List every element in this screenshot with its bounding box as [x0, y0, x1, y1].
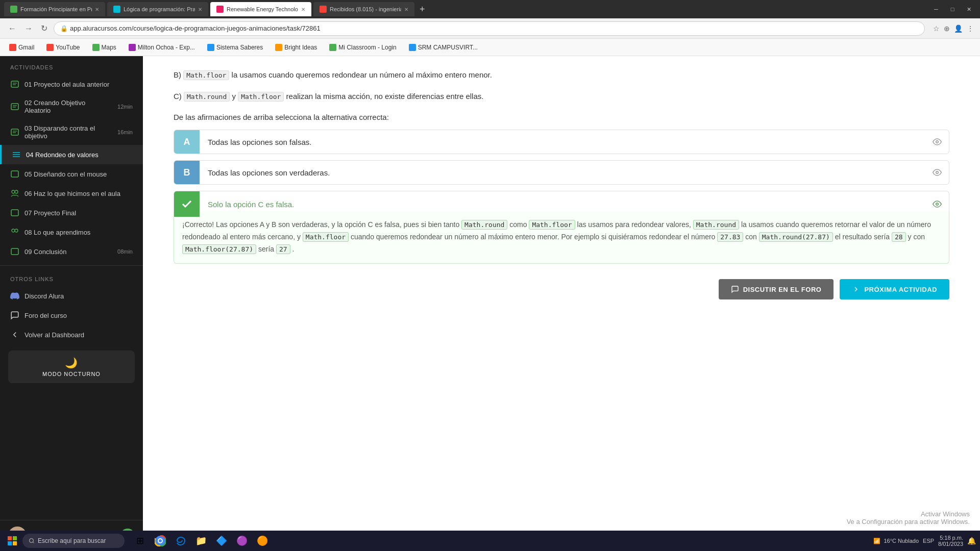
discuss-icon — [731, 285, 739, 293]
svg-point-14 — [15, 190, 18, 193]
bookmark-icon-milton — [129, 44, 136, 51]
back-button[interactable]: ← — [6, 22, 18, 35]
svg-rect-24 — [8, 536, 12, 540]
moon-icon: 🌙 — [65, 357, 78, 369]
option-c-check-icon — [174, 191, 200, 217]
sidebar-item-label-3: 03 Disparando contra el objetivo — [24, 124, 112, 140]
link-discord[interactable]: Discord Alura — [0, 286, 143, 306]
search-icon — [29, 538, 35, 544]
link-dashboard-label: Volver al Dashboard — [24, 331, 84, 339]
sidebar-item-duration-9: 08min — [117, 248, 133, 255]
option-a[interactable]: A Todas las opciones son falsas. — [174, 130, 949, 154]
svg-point-16 — [12, 229, 15, 232]
tab-3[interactable]: Renewable Energy Technology: C... ✕ — [210, 2, 311, 16]
bookmark-gmail[interactable]: Gmail — [6, 43, 37, 52]
option-b-eye-icon[interactable] — [925, 161, 949, 184]
bookmark-youtube[interactable]: YouTube — [43, 43, 83, 52]
extensions-icon[interactable]: ⊕ — [944, 24, 950, 33]
feedback-text: ¡Correcto! Las opciones A y B son verdad… — [182, 219, 941, 255]
taskbar-app-app3[interactable]: 🟠 — [253, 532, 272, 550]
new-tab-button[interactable]: + — [416, 4, 428, 15]
bookmark-classroom[interactable]: Mi Classroom - Login — [326, 43, 399, 52]
star-icon[interactable]: ☆ — [933, 24, 940, 33]
window-controls: ─ □ ✕ — [929, 4, 976, 14]
tab-favicon-1 — [10, 6, 17, 13]
sidebar-item-5[interactable]: 05 Diseñando con el mouse — [0, 164, 143, 184]
content-text-b: B) Math.floor la usamos cuando queremos … — [174, 68, 949, 82]
bookmark-icon-maps — [92, 44, 100, 51]
tab-1[interactable]: Formación Principiante en Progr... ✕ — [4, 2, 105, 16]
sidebar-item-8[interactable]: 08 Lo que aprendimos — [0, 222, 143, 242]
taskbar-search[interactable]: Escribe aquí para buscar — [22, 534, 125, 548]
maximize-button[interactable]: □ — [945, 4, 960, 14]
option-b[interactable]: B Todas las opciones son verdaderas. — [174, 160, 949, 185]
sidebar-item-6[interactable]: 06 Haz lo que hicimos en el aula — [0, 184, 143, 203]
link-forum[interactable]: Foro del curso — [0, 306, 143, 325]
option-a-eye-icon[interactable] — [925, 130, 949, 154]
option-a-letter: A — [174, 130, 200, 154]
tab-favicon-2 — [113, 6, 120, 13]
bookmark-bright[interactable]: Bright Ideas — [272, 43, 320, 52]
sidebar-icon-3 — [10, 128, 19, 137]
taskbar-sys-icons: 📶 16°C Nublado — [873, 538, 919, 544]
bookmark-icon-srm — [409, 44, 416, 51]
tab-2[interactable]: Lógica de programación: Practi... ✕ — [107, 2, 208, 16]
start-button[interactable] — [4, 533, 20, 549]
sidebar-item-4[interactable]: 04 Redondeo de valores — [0, 145, 143, 164]
dark-mode-button[interactable]: 🌙 MODO NOCTURNO — [8, 350, 135, 383]
discuss-button[interactable]: DISCUTIR EN EL FORO — [719, 279, 834, 299]
sidebar-item-1[interactable]: 01 Proyecto del aula anterior — [0, 74, 143, 94]
next-label: PRÓXIMA ACTIVIDAD — [864, 286, 937, 293]
taskbar-notification-icon[interactable]: 🔔 — [967, 537, 976, 545]
sidebar-item-7[interactable]: 07 Proyecto Final — [0, 203, 143, 222]
bookmark-maps[interactable]: Maps — [89, 43, 119, 52]
bookmark-label-saberes: Sistema Saberes — [216, 44, 263, 51]
tab-4[interactable]: Recibidos (8.015) - ingenieriaagr... ✕ — [313, 2, 414, 16]
bookmark-label-youtube: YouTube — [56, 44, 80, 51]
forward-button[interactable]: → — [22, 22, 35, 35]
svg-rect-26 — [8, 541, 12, 545]
link-dashboard[interactable]: Volver al Dashboard — [0, 325, 143, 344]
bookmark-srm[interactable]: SRM CAMPUSVIRT... — [406, 43, 481, 52]
refresh-button[interactable]: ↻ — [39, 21, 50, 35]
svg-rect-0 — [11, 81, 18, 87]
activities-section-label: ACTIVIDADES — [0, 56, 143, 74]
tab-close-1[interactable]: ✕ — [95, 7, 99, 12]
menu-icon[interactable]: ⋮ — [967, 24, 974, 33]
activate-line1: Activar Windows — [847, 510, 970, 518]
close-button[interactable]: ✕ — [962, 4, 976, 14]
sidebar-icon-6 — [10, 189, 19, 198]
taskbar-app-app1[interactable]: 🔷 — [212, 532, 231, 550]
svg-point-28 — [30, 539, 34, 543]
url-bar[interactable]: 🔒 app.aluracursos.com/course/logica-de-p… — [54, 21, 925, 36]
taskbar-app-views[interactable]: ⊞ — [131, 532, 149, 550]
other-links-label: OTROS LINKS — [0, 270, 143, 286]
windows-activate: Activar Windows Ve a Configuración para … — [847, 510, 970, 525]
profile-icon[interactable]: 👤 — [954, 24, 963, 33]
bookmark-milton[interactable]: Milton Ochoa - Exp... — [126, 43, 198, 52]
tab-label-1: Formación Principiante en Progr... — [20, 6, 92, 12]
taskbar-app-chrome[interactable] — [151, 532, 169, 550]
tab-close-3[interactable]: ✕ — [301, 7, 305, 12]
taskbar-app-edge[interactable] — [172, 532, 190, 550]
tab-label-3: Renewable Energy Technology: C... — [227, 6, 298, 12]
option-c[interactable]: Solo la opción C es falsa. — [174, 191, 949, 217]
sidebar-icon-9 — [10, 247, 19, 256]
svg-rect-3 — [11, 104, 18, 110]
minimize-button[interactable]: ─ — [929, 4, 943, 14]
tab-close-4[interactable]: ✕ — [404, 7, 408, 12]
option-c-eye-icon[interactable] — [925, 191, 949, 217]
next-activity-button[interactable]: PRÓXIMA ACTIVIDAD — [840, 279, 949, 299]
tab-close-2[interactable]: ✕ — [198, 7, 202, 12]
feedback-res1: 28 — [892, 232, 906, 242]
sidebar-item-3[interactable]: 03 Disparando contra el objetivo 16min — [0, 119, 143, 145]
option-a-text: Todas las opciones son falsas. — [200, 130, 925, 154]
taskbar-app-app2[interactable]: 🟣 — [233, 532, 251, 550]
next-icon — [852, 285, 860, 293]
feedback-code5: Math.round(27.87) — [759, 232, 833, 242]
bookmark-saberes[interactable]: Sistema Saberes — [204, 43, 266, 52]
taskbar-app-file[interactable]: 📁 — [192, 532, 210, 550]
sidebar-item-2[interactable]: 02 Creando Objetivo Aleatorio 12min — [0, 94, 143, 119]
sidebar-item-9[interactable]: 09 Conclusión 08min — [0, 242, 143, 261]
discuss-label: DISCUTIR EN EL FORO — [743, 286, 822, 293]
